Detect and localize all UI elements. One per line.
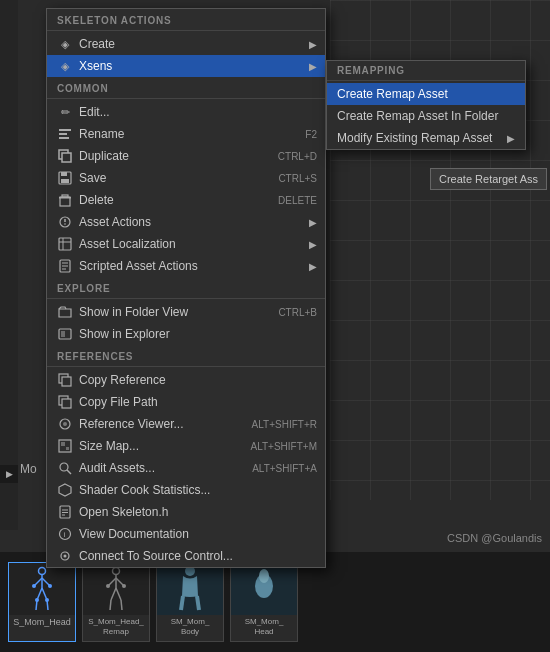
- menu-item-xsens[interactable]: ◈ Xsens ▶: [47, 55, 325, 77]
- menu-item-copy-reference[interactable]: Copy Reference: [47, 369, 325, 391]
- menu-item-show-folder[interactable]: Show in Folder View CTRL+B: [47, 301, 325, 323]
- divider-3: [47, 298, 325, 299]
- left-nav-arrow[interactable]: ▶: [0, 465, 18, 483]
- svg-rect-30: [61, 442, 65, 446]
- menu-item-scripted-asset-actions[interactable]: Scripted Asset Actions ▶: [47, 255, 325, 277]
- explore-header: EXPLORE: [47, 279, 325, 296]
- menu-item-rename[interactable]: Rename F2: [47, 123, 325, 145]
- skeleton-file-icon: [57, 504, 73, 520]
- open-skeleton-label: Open Skeleton.h: [79, 505, 317, 519]
- asset-localization-arrow: ▶: [309, 239, 317, 250]
- source-control-label: Connect To Source Control...: [79, 549, 317, 563]
- menu-item-asset-localization[interactable]: Asset Localization ▶: [47, 233, 325, 255]
- mo-label: Mo: [20, 462, 37, 476]
- menu-item-audit[interactable]: Audit Assets... ALT+SHIFT+A: [47, 457, 325, 479]
- rename-label: Rename: [79, 127, 297, 141]
- create-remap-label: Create Remap Asset: [337, 87, 448, 101]
- svg-point-43: [39, 568, 46, 575]
- sidebar-left: [0, 0, 18, 530]
- source-control-icon: [57, 548, 73, 564]
- audit-icon: [57, 460, 73, 476]
- menu-item-size-map[interactable]: Size Map... ALT+SHIFT+M: [47, 435, 325, 457]
- svg-line-60: [116, 588, 121, 600]
- menu-item-asset-actions[interactable]: Asset Actions ▶: [47, 211, 325, 233]
- divider-4: [47, 366, 325, 367]
- menu-item-show-explorer[interactable]: Show in Explorer: [47, 323, 325, 345]
- save-shortcut: CTRL+S: [278, 173, 317, 184]
- xsens-icon: ◈: [57, 58, 73, 74]
- copy-ref-label: Copy Reference: [79, 373, 317, 387]
- menu-item-view-docs[interactable]: i View Documentation: [47, 523, 325, 545]
- xsens-arrow: ▶: [309, 61, 317, 72]
- modify-remap-arrow: ▶: [507, 133, 515, 144]
- menu-item-ref-viewer[interactable]: Reference Viewer... ALT+SHIFT+R: [47, 413, 325, 435]
- svg-rect-24: [62, 377, 71, 386]
- svg-rect-22: [61, 331, 65, 337]
- svg-marker-34: [59, 484, 71, 496]
- delete-label: Delete: [79, 193, 270, 207]
- watermark: CSDN @Goulandis: [447, 532, 542, 544]
- references-header: REFERENCES: [47, 347, 325, 364]
- asset-thumb-s-mom-head: [9, 563, 75, 615]
- docs-icon: i: [57, 526, 73, 542]
- folder-icon: [57, 304, 73, 320]
- duplicate-shortcut: CTRL+D: [278, 151, 317, 162]
- scripted-icon: [57, 258, 73, 274]
- svg-line-66: [181, 596, 183, 610]
- divider-2: [47, 98, 325, 99]
- svg-rect-1: [59, 133, 67, 135]
- ref-viewer-icon: [57, 416, 73, 432]
- menu-item-shader[interactable]: Shader Cook Statistics...: [47, 479, 325, 501]
- asset-item-sm-mom-body[interactable]: SM_Mom_Body: [156, 562, 224, 642]
- svg-point-54: [45, 598, 49, 602]
- svg-rect-4: [62, 153, 71, 162]
- menu-item-source-control[interactable]: Connect To Source Control...: [47, 545, 325, 567]
- context-menu: SKELETON ACTIONS ◈ Create ▶ ◈ Xsens ▶ CO…: [46, 8, 326, 568]
- menu-item-delete[interactable]: Delete DELETE: [47, 189, 325, 211]
- asset-item-s-mom-head[interactable]: S_Mom_Head: [8, 562, 76, 642]
- rename-icon: [57, 126, 73, 142]
- show-folder-label: Show in Folder View: [79, 305, 270, 319]
- svg-line-59: [111, 588, 116, 600]
- remap-item-create[interactable]: Create Remap Asset: [327, 83, 525, 105]
- remap-item-create-folder[interactable]: Create Remap Asset In Folder: [327, 105, 525, 127]
- copy-path-icon: [57, 394, 73, 410]
- asset-item-s-mom-head-remap[interactable]: S_Mom_Head_Remap: [82, 562, 150, 642]
- size-map-shortcut: ALT+SHIFT+M: [251, 441, 318, 452]
- rename-shortcut: F2: [305, 129, 317, 140]
- retarget-tooltip: Create Retarget Ass: [430, 168, 547, 190]
- delete-icon: [57, 192, 73, 208]
- show-explorer-label: Show in Explorer: [79, 327, 317, 341]
- asset-label-sm-mom-body: SM_Mom_Body: [157, 615, 223, 636]
- asset-localization-label: Asset Localization: [79, 237, 305, 251]
- modify-remap-label: Modify Existing Remap Asset: [337, 131, 492, 145]
- menu-item-create[interactable]: ◈ Create ▶: [47, 33, 325, 55]
- svg-point-55: [113, 568, 120, 575]
- svg-rect-7: [61, 179, 69, 183]
- asset-item-sm-mom-head[interactable]: SM_Mom_Head: [230, 562, 298, 642]
- audit-shortcut: ALT+SHIFT+A: [252, 463, 317, 474]
- asset-actions-icon: [57, 214, 73, 230]
- create-label: Create: [79, 37, 305, 51]
- remap-submenu: REMAPPING Create Remap Asset Create Rema…: [326, 60, 526, 150]
- svg-rect-2: [59, 137, 69, 139]
- menu-item-save[interactable]: Save CTRL+S: [47, 167, 325, 189]
- menu-item-edit[interactable]: ✏ Edit...: [47, 101, 325, 123]
- svg-point-63: [106, 584, 110, 588]
- audit-label: Audit Assets...: [79, 461, 244, 475]
- svg-rect-26: [62, 399, 71, 408]
- duplicate-icon: [57, 148, 73, 164]
- menu-item-copy-path[interactable]: Copy File Path: [47, 391, 325, 413]
- size-map-label: Size Map...: [79, 439, 243, 453]
- menu-item-open-skeleton[interactable]: Open Skeleton.h: [47, 501, 325, 523]
- svg-point-53: [35, 598, 39, 602]
- asset-localization-icon: [57, 236, 73, 252]
- svg-point-51: [32, 584, 36, 588]
- svg-line-33: [67, 470, 71, 474]
- remap-header: REMAPPING: [327, 61, 525, 78]
- remap-item-modify[interactable]: Modify Existing Remap Asset ▶: [327, 127, 525, 149]
- svg-rect-9: [62, 195, 68, 197]
- svg-point-52: [48, 584, 52, 588]
- menu-item-duplicate[interactable]: Duplicate CTRL+D: [47, 145, 325, 167]
- edit-label: Edit...: [79, 105, 317, 119]
